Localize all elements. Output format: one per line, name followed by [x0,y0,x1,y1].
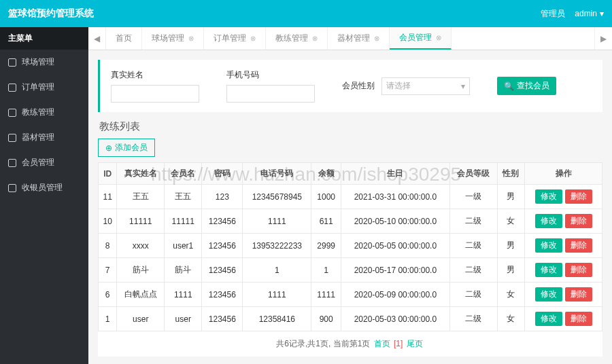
app-title: 篮球馆预约管理系统 [8,7,94,20]
tab-0[interactable]: 首页 [106,27,142,50]
cell: 123456 [202,283,243,307]
delete-button[interactable]: 删除 [565,214,592,228]
delete-button[interactable]: 删除 [565,312,592,326]
sidebar-item-0[interactable]: 球场管理 [0,50,88,75]
tab-2[interactable]: 订单管理⊗ [204,27,266,50]
close-icon[interactable]: ⊗ [312,35,318,42]
gender-select[interactable]: 请选择 ▾ [381,77,470,95]
close-icon[interactable]: ⊗ [250,35,256,42]
cell: 2999 [311,234,341,258]
cell: 13953222233 [243,234,311,258]
add-member-button[interactable]: ⊕ 添加会员 [98,139,155,157]
plus-icon: ⊕ [105,143,112,153]
tab-label: 首页 [116,33,132,44]
cell: 男 [497,258,524,283]
cell: 2020-05-05 00:00:00.0 [341,234,450,258]
content: 真实姓名 手机号码 会员性别 请选择 ▾ [88,50,612,364]
cell: 女 [497,209,524,234]
delete-button[interactable]: 删除 [565,287,592,302]
sidebar-item-3[interactable]: 器材管理 [0,125,88,150]
menu-icon [8,84,16,92]
sidebar-item-2[interactable]: 教练管理 [0,100,88,125]
pager-last[interactable]: 尾页 [407,339,423,348]
cell: user [117,307,165,331]
member-table: ID真实姓名会员名密码电话号码余额生日会员等级性别操作 11王五王五123123… [98,162,602,331]
cell: 王五 [117,185,165,209]
name-input[interactable] [111,85,199,103]
pager-text: 共6记录,共1页, 当前第1页 [276,339,372,348]
delete-button[interactable]: 删除 [565,189,592,204]
cell: xxxx [117,234,165,258]
ops-cell: 修改删除 [525,234,602,258]
col-header: 密码 [202,163,243,185]
ops-cell: 修改删除 [525,185,602,209]
menu-icon [8,58,16,67]
col-header: ID [99,163,117,185]
tab-scroll-right[interactable]: ▶ [594,27,612,50]
cell: 11111 [165,209,202,234]
cell: 1111 [243,209,311,234]
cell: 二级 [449,234,497,258]
topbar: 篮球馆预约管理系统 管理员 admin▾ [0,0,612,27]
edit-button[interactable]: 修改 [535,238,562,253]
cell: 123456 [202,234,243,258]
ops-cell: 修改删除 [525,283,602,307]
edit-button[interactable]: 修改 [535,214,562,228]
edit-button[interactable]: 修改 [535,312,562,326]
col-header: 性别 [497,163,524,185]
cell: user1 [165,234,202,258]
add-label: 添加会员 [115,142,148,153]
tab-scroll-left[interactable]: ◀ [88,27,106,50]
table-row: 11王五王五1231234567894510002021-03-31 00:00… [99,185,602,209]
cell: 二级 [449,283,497,307]
cell: 二级 [449,307,497,331]
tabstrip: ◀ 首页球场管理⊗订单管理⊗教练管理⊗器材管理⊗会员管理⊗ ▶ [88,27,612,50]
close-icon[interactable]: ⊗ [374,35,379,42]
sidebar-item-4[interactable]: 会员管理 [0,150,88,175]
table-wrap: ID真实姓名会员名密码电话号码余额生日会员等级性别操作 11王五王五123123… [98,162,602,357]
tab-label: 教练管理 [275,33,308,44]
cell: 1111 [311,283,341,307]
cell: 2020-05-09 00:00:00.0 [341,283,450,307]
cell: 7 [99,258,117,283]
delete-button[interactable]: 删除 [565,238,592,253]
pager-first[interactable]: 首页 [374,339,390,348]
search-label: 查找会员 [517,80,549,92]
phone-input[interactable] [226,85,315,103]
cell: 1 [99,307,117,331]
col-header: 会员等级 [449,163,497,185]
tab-3[interactable]: 教练管理⊗ [266,27,328,50]
chevron-down-icon: ▾ [600,9,604,18]
cell: 6 [99,283,117,307]
user-dropdown[interactable]: admin▾ [575,9,604,18]
table-row: 8xxxxuser11234561395322223329992020-05-0… [99,234,602,258]
edit-button[interactable]: 修改 [535,263,562,277]
search-icon: 🔍 [504,81,514,91]
cell: 男 [497,234,524,258]
tab-label: 器材管理 [337,33,370,44]
tab-1[interactable]: 球场管理⊗ [142,27,204,50]
close-icon[interactable]: ⊗ [188,35,194,42]
cell: 2020-05-03 00:00:00.0 [341,307,450,331]
cell: 1 [243,258,311,283]
sidebar-item-label: 会员管理 [22,157,54,168]
col-header: 真实姓名 [117,163,165,185]
phone-label: 手机号码 [226,69,315,81]
table-row: 10111111111112345611116112020-05-10 00:0… [99,209,602,234]
cell: 女 [497,307,524,331]
cell: 白帆点点 [117,283,165,307]
cell: user [165,307,202,331]
edit-button[interactable]: 修改 [535,189,562,204]
cell: 1 [311,258,341,283]
search-button[interactable]: 🔍 查找会员 [497,77,556,95]
delete-button[interactable]: 删除 [565,263,592,277]
sidebar-item-1[interactable]: 订单管理 [0,75,88,100]
col-header: 电话号码 [243,163,311,185]
edit-button[interactable]: 修改 [535,287,562,302]
sidebar-item-5[interactable]: 收银员管理 [0,175,88,200]
cell: 12358416 [243,307,311,331]
tab-4[interactable]: 器材管理⊗ [328,27,390,50]
tab-5[interactable]: 会员管理⊗ [390,27,452,50]
close-icon[interactable]: ⊗ [436,34,441,41]
role-label[interactable]: 管理员 [541,8,565,20]
